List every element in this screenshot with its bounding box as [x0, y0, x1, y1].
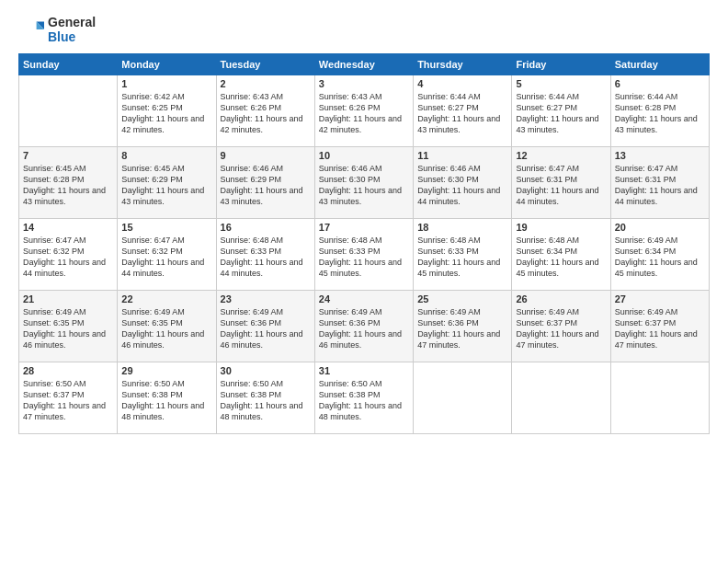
- cell-text: Sunrise: 6:50 AMSunset: 6:38 PMDaylight:…: [121, 378, 211, 423]
- logo-icon: [18, 17, 44, 42]
- cell-text: Sunrise: 6:42 AMSunset: 6:25 PMDaylight:…: [121, 91, 211, 136]
- day-number: 26: [516, 293, 606, 304]
- day-number: 17: [319, 222, 409, 233]
- week-row-2: 7 Sunrise: 6:45 AMSunset: 6:28 PMDayligh…: [19, 147, 710, 219]
- cell-text: Sunrise: 6:44 AMSunset: 6:27 PMDaylight:…: [417, 91, 507, 136]
- calendar-cell: 18 Sunrise: 6:48 AMSunset: 6:33 PMDaylig…: [414, 219, 512, 291]
- cell-text: Sunrise: 6:46 AMSunset: 6:30 PMDaylight:…: [319, 163, 409, 208]
- calendar-cell: 30 Sunrise: 6:50 AMSunset: 6:38 PMDaylig…: [216, 362, 314, 434]
- calendar-cell: 14 Sunrise: 6:47 AMSunset: 6:32 PMDaylig…: [19, 219, 118, 291]
- day-number: 22: [121, 293, 211, 304]
- cell-text: Sunrise: 6:49 AMSunset: 6:34 PMDaylight:…: [615, 235, 705, 280]
- day-number: 24: [319, 293, 409, 304]
- calendar-cell: 28 Sunrise: 6:50 AMSunset: 6:37 PMDaylig…: [19, 362, 118, 434]
- calendar-cell: 23 Sunrise: 6:49 AMSunset: 6:36 PMDaylig…: [216, 291, 314, 362]
- header: General Blue: [18, 15, 710, 44]
- day-number: 15: [121, 222, 211, 233]
- cell-text: Sunrise: 6:47 AMSunset: 6:32 PMDaylight:…: [23, 235, 113, 280]
- cell-text: Sunrise: 6:43 AMSunset: 6:26 PMDaylight:…: [221, 91, 311, 136]
- header-row: SundayMondayTuesdayWednesdayThursdayFrid…: [19, 54, 710, 75]
- logo-text: General Blue: [48, 15, 96, 44]
- calendar-cell: 1 Sunrise: 6:42 AMSunset: 6:25 PMDayligh…: [118, 75, 216, 147]
- day-number: 10: [319, 150, 409, 161]
- cell-text: Sunrise: 6:45 AMSunset: 6:29 PMDaylight:…: [121, 163, 211, 208]
- calendar-cell: 13 Sunrise: 6:47 AMSunset: 6:31 PMDaylig…: [610, 147, 709, 219]
- cell-text: Sunrise: 6:45 AMSunset: 6:28 PMDaylight:…: [23, 163, 113, 208]
- cell-text: Sunrise: 6:47 AMSunset: 6:32 PMDaylight:…: [121, 235, 211, 280]
- cell-text: Sunrise: 6:48 AMSunset: 6:33 PMDaylight:…: [221, 235, 311, 280]
- calendar-cell: 22 Sunrise: 6:49 AMSunset: 6:35 PMDaylig…: [118, 291, 216, 362]
- day-number: 2: [221, 78, 311, 89]
- cell-text: Sunrise: 6:47 AMSunset: 6:31 PMDaylight:…: [615, 163, 705, 208]
- calendar-cell: 5 Sunrise: 6:44 AMSunset: 6:27 PMDayligh…: [512, 75, 610, 147]
- calendar-cell: 24 Sunrise: 6:49 AMSunset: 6:36 PMDaylig…: [314, 291, 413, 362]
- day-number: 23: [221, 293, 311, 304]
- calendar-cell: 2 Sunrise: 6:43 AMSunset: 6:26 PMDayligh…: [216, 75, 314, 147]
- header-cell-monday: Monday: [118, 54, 216, 75]
- calendar-cell: 16 Sunrise: 6:48 AMSunset: 6:33 PMDaylig…: [216, 219, 314, 291]
- calendar-cell: [19, 75, 118, 147]
- cell-text: Sunrise: 6:48 AMSunset: 6:33 PMDaylight:…: [319, 235, 409, 280]
- day-number: 8: [121, 150, 211, 161]
- calendar-table: SundayMondayTuesdayWednesdayThursdayFrid…: [18, 53, 710, 434]
- header-cell-saturday: Saturday: [610, 54, 709, 75]
- day-number: 16: [221, 222, 311, 233]
- header-cell-tuesday: Tuesday: [216, 54, 314, 75]
- day-number: 13: [615, 150, 705, 161]
- cell-text: Sunrise: 6:46 AMSunset: 6:29 PMDaylight:…: [221, 163, 311, 208]
- calendar-cell: 17 Sunrise: 6:48 AMSunset: 6:33 PMDaylig…: [314, 219, 413, 291]
- day-number: 21: [23, 293, 113, 304]
- day-number: 19: [516, 222, 606, 233]
- week-row-1: 1 Sunrise: 6:42 AMSunset: 6:25 PMDayligh…: [19, 75, 710, 147]
- calendar-cell: 25 Sunrise: 6:49 AMSunset: 6:36 PMDaylig…: [414, 291, 512, 362]
- day-number: 1: [121, 78, 211, 89]
- logo: General Blue: [18, 15, 96, 44]
- day-number: 28: [23, 365, 113, 376]
- cell-text: Sunrise: 6:50 AMSunset: 6:38 PMDaylight:…: [319, 378, 409, 423]
- cell-text: Sunrise: 6:46 AMSunset: 6:30 PMDaylight:…: [417, 163, 507, 208]
- calendar-cell: 26 Sunrise: 6:49 AMSunset: 6:37 PMDaylig…: [512, 291, 610, 362]
- day-number: 30: [221, 365, 311, 376]
- day-number: 27: [615, 293, 705, 304]
- calendar-cell: 19 Sunrise: 6:48 AMSunset: 6:34 PMDaylig…: [512, 219, 610, 291]
- week-row-3: 14 Sunrise: 6:47 AMSunset: 6:32 PMDaylig…: [19, 219, 710, 291]
- cell-text: Sunrise: 6:49 AMSunset: 6:36 PMDaylight:…: [319, 306, 409, 351]
- day-number: 14: [23, 222, 113, 233]
- header-cell-wednesday: Wednesday: [314, 54, 413, 75]
- calendar-cell: 29 Sunrise: 6:50 AMSunset: 6:38 PMDaylig…: [118, 362, 216, 434]
- calendar-cell: [512, 362, 610, 434]
- week-row-4: 21 Sunrise: 6:49 AMSunset: 6:35 PMDaylig…: [19, 291, 710, 362]
- cell-text: Sunrise: 6:49 AMSunset: 6:35 PMDaylight:…: [23, 306, 113, 351]
- cell-text: Sunrise: 6:49 AMSunset: 6:35 PMDaylight:…: [121, 306, 211, 351]
- day-number: 18: [417, 222, 507, 233]
- calendar-cell: 27 Sunrise: 6:49 AMSunset: 6:37 PMDaylig…: [610, 291, 709, 362]
- calendar-cell: 11 Sunrise: 6:46 AMSunset: 6:30 PMDaylig…: [414, 147, 512, 219]
- calendar-cell: [414, 362, 512, 434]
- day-number: 4: [417, 78, 507, 89]
- calendar-cell: 12 Sunrise: 6:47 AMSunset: 6:31 PMDaylig…: [512, 147, 610, 219]
- cell-text: Sunrise: 6:48 AMSunset: 6:34 PMDaylight:…: [516, 235, 606, 280]
- cell-text: Sunrise: 6:49 AMSunset: 6:37 PMDaylight:…: [615, 306, 705, 351]
- cell-text: Sunrise: 6:47 AMSunset: 6:31 PMDaylight:…: [516, 163, 606, 208]
- week-row-5: 28 Sunrise: 6:50 AMSunset: 6:37 PMDaylig…: [19, 362, 710, 434]
- calendar-cell: 8 Sunrise: 6:45 AMSunset: 6:29 PMDayligh…: [118, 147, 216, 219]
- cell-text: Sunrise: 6:49 AMSunset: 6:36 PMDaylight:…: [221, 306, 311, 351]
- day-number: 7: [23, 150, 113, 161]
- day-number: 25: [417, 293, 507, 304]
- calendar-cell: 3 Sunrise: 6:43 AMSunset: 6:26 PMDayligh…: [314, 75, 413, 147]
- calendar-cell: 6 Sunrise: 6:44 AMSunset: 6:28 PMDayligh…: [610, 75, 709, 147]
- calendar-page: General Blue SundayMondayTuesdayWednesda…: [0, 0, 728, 563]
- header-cell-friday: Friday: [512, 54, 610, 75]
- cell-text: Sunrise: 6:50 AMSunset: 6:37 PMDaylight:…: [23, 378, 113, 423]
- calendar-cell: 9 Sunrise: 6:46 AMSunset: 6:29 PMDayligh…: [216, 147, 314, 219]
- calendar-cell: [610, 362, 709, 434]
- calendar-cell: 31 Sunrise: 6:50 AMSunset: 6:38 PMDaylig…: [314, 362, 413, 434]
- cell-text: Sunrise: 6:44 AMSunset: 6:28 PMDaylight:…: [615, 91, 705, 136]
- cell-text: Sunrise: 6:49 AMSunset: 6:36 PMDaylight:…: [417, 306, 507, 351]
- day-number: 29: [121, 365, 211, 376]
- cell-text: Sunrise: 6:43 AMSunset: 6:26 PMDaylight:…: [319, 91, 409, 136]
- day-number: 31: [319, 365, 409, 376]
- day-number: 3: [319, 78, 409, 89]
- calendar-cell: 10 Sunrise: 6:46 AMSunset: 6:30 PMDaylig…: [314, 147, 413, 219]
- day-number: 5: [516, 78, 606, 89]
